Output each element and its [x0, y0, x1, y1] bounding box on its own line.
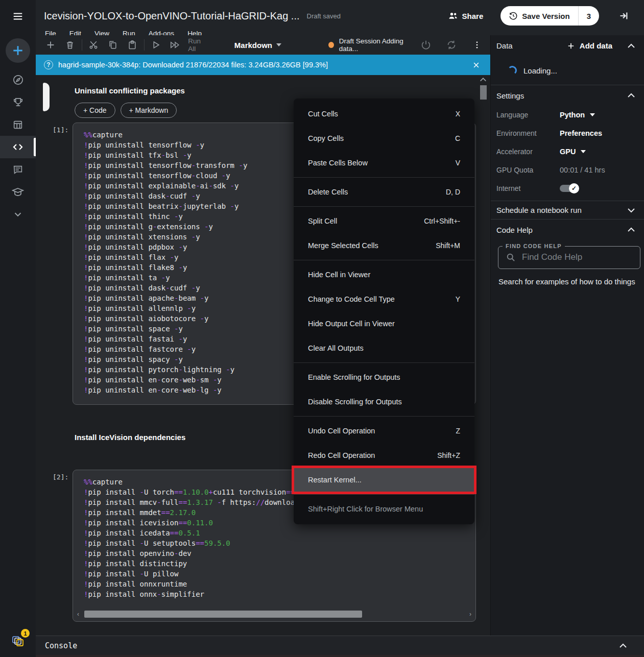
- menu-item-split-cell[interactable]: Split CellCtrl+Shift+-: [294, 209, 474, 233]
- trophy-icon: [12, 96, 24, 108]
- add-data-button[interactable]: Add data: [566, 41, 612, 51]
- menu-item-disable-scrolling-for-outputs[interactable]: Disable Scrolling for Outputs: [294, 390, 474, 414]
- console-content-edge: [36, 655, 644, 657]
- menu-item-paste-cells-below[interactable]: Paste Cells BelowV: [294, 151, 474, 175]
- loading-label: Loading...: [523, 66, 557, 75]
- left-sidebar: 1: [0, 0, 36, 657]
- expand-schedule-icon[interactable]: [627, 206, 636, 214]
- more-options-icon[interactable]: [471, 39, 483, 51]
- menu-item-merge-selected-cells[interactable]: Merge Selected CellsShift+M: [294, 233, 474, 258]
- cell-execution-label: [2]:: [53, 473, 68, 481]
- sidebar-item-more[interactable]: [0, 203, 36, 226]
- menu-item-restart-kernel[interactable]: Restart Kernel...: [294, 468, 474, 492]
- menu-item-label: Clear All Outputs: [308, 344, 460, 352]
- menu-item-hide-output-cell-in-viewer[interactable]: Hide Output Cell in Viewer: [294, 311, 474, 336]
- version-count[interactable]: 3: [579, 12, 599, 20]
- data-section-title: Data: [496, 41, 513, 50]
- menu-item-copy-cells[interactable]: Copy CellsC: [294, 126, 474, 151]
- add-cell-icon[interactable]: [45, 39, 56, 51]
- power-icon[interactable]: [420, 39, 432, 51]
- internet-toggle[interactable]: ✓: [560, 185, 577, 192]
- share-button[interactable]: Share: [448, 11, 484, 21]
- paste-cells-icon[interactable]: [127, 39, 138, 51]
- collapse-code-help-icon[interactable]: [627, 226, 636, 234]
- schedule-section-title[interactable]: Schedule a notebook run: [496, 206, 582, 214]
- menu-item-label: Disable Scrolling for Outputs: [308, 398, 460, 406]
- restart-session-icon[interactable]: [445, 39, 458, 51]
- collapse-panel-icon[interactable]: [617, 10, 629, 21]
- run-all-icon[interactable]: [170, 39, 181, 51]
- horizontal-scrollbar-thumb[interactable]: [84, 611, 362, 618]
- active-events-button[interactable]: 1: [11, 634, 25, 648]
- menu-item-enable-scrolling-for-outputs[interactable]: Enable Scrolling for Outputs: [294, 365, 474, 390]
- notebook-title[interactable]: Icevision-YOLOX-to-OpenVINO-Tutorial-HaG…: [44, 10, 300, 22]
- menu-item-shortcut: D, D: [446, 188, 460, 196]
- close-icon[interactable]: [470, 61, 482, 69]
- hamburger-menu-icon[interactable]: [0, 5, 36, 28]
- expand-console-icon[interactable]: [618, 642, 628, 650]
- menu-item-shortcut: Y: [456, 295, 460, 303]
- menu-item-clear-all-outputs[interactable]: Clear All Outputs: [294, 336, 474, 360]
- cut-cells-icon[interactable]: [88, 39, 100, 51]
- cell-type-dropdown[interactable]: Markdown: [234, 41, 281, 50]
- sidebar-item-datasets[interactable]: [0, 113, 36, 136]
- copy-cells-icon[interactable]: [107, 39, 118, 51]
- setting-value[interactable]: GPU: [560, 148, 586, 156]
- scroll-left-icon[interactable]: ‹: [75, 611, 81, 618]
- markdown-heading-1: Uninstall conflicting packages: [75, 86, 185, 95]
- run-cell-icon[interactable]: [151, 39, 162, 51]
- menu-item-shortcut: Ctrl+Shift+-: [424, 217, 460, 225]
- code-help-search-input[interactable]: [522, 252, 635, 262]
- sidebar-item-explore[interactable]: [0, 68, 36, 91]
- save-version-button[interactable]: Save Version 3: [500, 6, 599, 26]
- create-button[interactable]: [6, 38, 30, 63]
- sidebar-item-discussions[interactable]: [0, 158, 36, 181]
- search-icon: [506, 252, 516, 262]
- menu-item-label: Enable Scrolling for Outputs: [308, 373, 460, 381]
- plus-icon: [11, 44, 25, 57]
- session-status: Draft Session Adding data...: [328, 37, 416, 53]
- setting-value[interactable]: Python: [560, 111, 595, 119]
- session-status-dot: [328, 42, 334, 48]
- menu-item-undo-cell-operation[interactable]: Undo Cell OperationZ: [294, 419, 474, 443]
- menu-item-label: Redo Cell Operation: [308, 451, 437, 459]
- run-all-label[interactable]: Run All: [188, 37, 208, 53]
- code-help-section-title: Code Help: [496, 226, 533, 234]
- add-markdown-label: + Markdown: [129, 106, 169, 114]
- menu-item-redo-cell-operation[interactable]: Redo Cell OperationShift+Z: [294, 443, 474, 468]
- vertical-scrollbar-thumb[interactable]: [480, 85, 487, 100]
- add-code-button[interactable]: + Code: [75, 103, 115, 118]
- sidebar-item-competitions[interactable]: [0, 91, 36, 113]
- graduation-cap-icon: [12, 186, 24, 198]
- help-icon: ?: [44, 60, 53, 69]
- horizontal-scrollbar: ‹ ›: [75, 610, 473, 618]
- sidebar-item-code[interactable]: [0, 136, 36, 158]
- setting-row-internet: Internet✓: [491, 179, 644, 198]
- code-line: !pip install onnx-simplifier: [84, 589, 470, 599]
- menu-item-label: Copy Cells: [308, 134, 455, 142]
- collapse-data-icon[interactable]: [627, 42, 636, 50]
- menu-item-shortcut: X: [456, 110, 460, 118]
- console-bar[interactable]: Console: [36, 636, 644, 655]
- sidebar-item-learn[interactable]: [0, 181, 36, 203]
- scroll-right-icon[interactable]: ›: [467, 611, 473, 618]
- collapse-settings-icon[interactable]: [627, 91, 636, 100]
- scroll-up-icon[interactable]: [479, 76, 487, 83]
- history-clock-icon: [509, 11, 518, 20]
- cell-type-value: Markdown: [234, 41, 272, 50]
- share-label: Share: [462, 12, 484, 20]
- table-icon: [12, 119, 23, 130]
- menu-item-label: Shift+Right Click for Browser Menu: [308, 505, 460, 513]
- setting-row-accelerator: AcceleratorGPU: [491, 142, 644, 161]
- menu-item-cut-cells[interactable]: Cut CellsX: [294, 102, 474, 126]
- add-markdown-button[interactable]: + Markdown: [121, 103, 177, 118]
- menu-item-delete-cells[interactable]: Delete CellsD, D: [294, 180, 474, 204]
- compass-icon: [12, 74, 24, 86]
- delete-cell-icon[interactable]: [64, 39, 76, 51]
- setting-label: Internet: [496, 184, 560, 192]
- menu-item-hide-cell-in-viewer[interactable]: Hide Cell in Viewer: [294, 262, 474, 287]
- setting-value[interactable]: Preferences: [560, 129, 602, 137]
- console-label: Console: [45, 641, 77, 650]
- menu-item-change-to-code-cell-type[interactable]: Change to Code Cell TypeY: [294, 287, 474, 311]
- code-help-hint: Search for examples of how to do things: [491, 269, 644, 286]
